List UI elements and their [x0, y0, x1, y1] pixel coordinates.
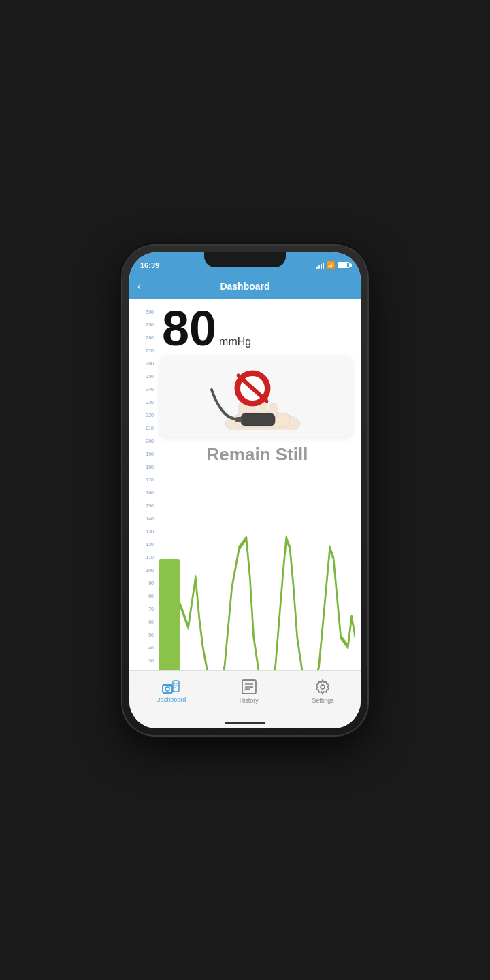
svg-rect-16 — [173, 681, 179, 692]
home-bar — [225, 722, 265, 724]
tab-settings-label: Settings — [312, 697, 334, 704]
waveform-chart — [159, 469, 355, 670]
tab-bar: Dashboard History — [129, 670, 361, 717]
tab-history-label: History — [240, 697, 259, 704]
y-label-290: 290 — [146, 318, 154, 331]
history-icon — [241, 679, 257, 695]
waveform-section — [159, 469, 355, 670]
y-label-20: 20 — [148, 667, 154, 670]
svg-point-14 — [165, 687, 169, 691]
tab-settings[interactable]: Settings — [301, 675, 345, 708]
y-label-100: 100 — [146, 564, 154, 577]
status-time: 16:39 — [140, 261, 159, 269]
y-label-170: 170 — [146, 473, 154, 486]
nav-header: ‹ Dashboard — [129, 274, 361, 299]
pressure-unit: mmHg — [219, 336, 251, 348]
y-label-240: 240 — [146, 383, 154, 396]
y-label-190: 190 — [146, 447, 154, 460]
tab-dashboard[interactable]: Dashboard — [145, 675, 197, 707]
phone-screen: 16:39 📶 ‹ Dashboard — [129, 252, 361, 728]
y-label-250: 250 — [146, 370, 154, 383]
y-axis: 300 290 280 270 260 250 240 230 220 210 … — [129, 299, 157, 670]
tab-dashboard-label: Dashboard — [156, 696, 186, 703]
y-label-220: 220 — [146, 409, 154, 422]
svg-rect-6 — [241, 413, 275, 426]
remain-still-text: Remain Still — [159, 444, 355, 465]
phone-frame: 16:39 📶 ‹ Dashboard — [122, 246, 368, 735]
back-button[interactable]: ‹ — [137, 280, 141, 292]
content-panel: 80 mmHg — [157, 299, 361, 670]
y-label-130: 130 — [146, 525, 154, 538]
main-content: 300 290 280 270 260 250 240 230 220 210 … — [129, 299, 361, 670]
battery-icon — [338, 262, 350, 268]
y-label-60: 60 — [148, 615, 154, 628]
home-indicator — [129, 717, 361, 728]
y-label-200: 200 — [146, 435, 154, 447]
y-label-160: 160 — [146, 486, 154, 499]
y-label-260: 260 — [146, 357, 154, 370]
dashboard-icon — [161, 679, 180, 694]
y-label-150: 150 — [146, 499, 154, 512]
wifi-icon: 📶 — [327, 261, 335, 269]
reading-section: 80 mmHg — [157, 299, 355, 353]
y-label-210: 210 — [146, 422, 154, 435]
y-label-270: 270 — [146, 344, 154, 357]
y-label-180: 180 — [146, 460, 154, 473]
tab-history[interactable]: History — [229, 675, 270, 708]
y-label-300: 300 — [146, 305, 154, 318]
y-label-70: 70 — [148, 603, 154, 615]
status-icons: 📶 — [316, 261, 350, 269]
svg-point-24 — [321, 685, 325, 689]
notch — [204, 252, 286, 267]
y-label-120: 120 — [146, 538, 154, 551]
no-touch-illustration — [195, 362, 317, 430]
y-label-30: 30 — [148, 654, 154, 667]
y-label-40: 40 — [148, 641, 154, 654]
y-label-230: 230 — [146, 396, 154, 409]
instruction-card — [159, 356, 353, 437]
y-label-140: 140 — [146, 512, 154, 525]
y-label-50: 50 — [148, 628, 154, 641]
chart-area: 300 290 280 270 260 250 240 230 220 210 … — [129, 299, 361, 670]
pressure-value: 80 — [162, 304, 216, 353]
signal-icon — [316, 262, 324, 269]
y-label-280: 280 — [146, 331, 154, 344]
page-title: Dashboard — [220, 281, 270, 292]
y-label-80: 80 — [148, 590, 154, 603]
y-label-110: 110 — [146, 551, 154, 564]
pressure-bar — [159, 559, 180, 670]
y-label-90: 90 — [148, 577, 154, 590]
settings-icon — [314, 679, 331, 695]
